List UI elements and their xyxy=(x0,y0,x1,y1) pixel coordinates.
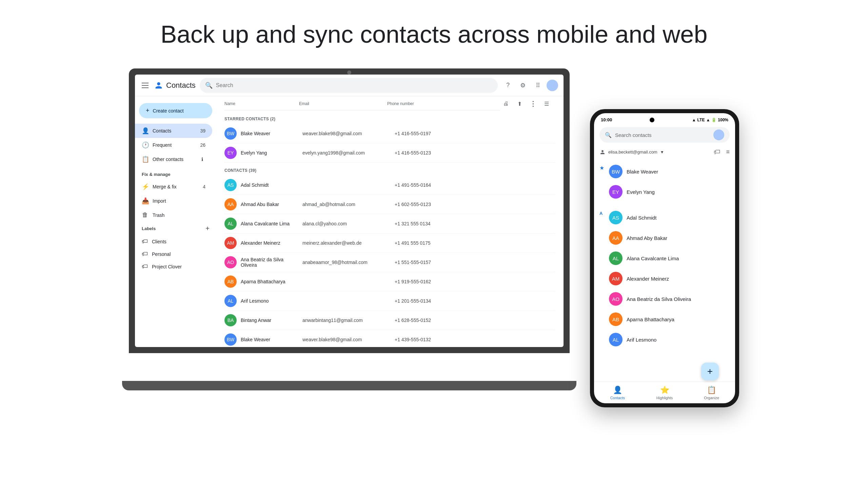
nav-contacts[interactable]: 👤 Contacts xyxy=(594,382,641,403)
label-personal[interactable]: 🏷 Personal xyxy=(135,248,216,260)
nav-organize[interactable]: 📋 Organize xyxy=(688,382,735,403)
list-item[interactable]: AO Ana Beatriz da Silva Oliveira xyxy=(609,289,730,309)
sidebar-item-frequent[interactable]: 🕐 Frequent 26 xyxy=(135,138,212,152)
account-bar[interactable]: elisa.beckett@gmail.com ▼ 🏷 ≡ xyxy=(594,145,735,159)
list-item[interactable]: BW Blake Weaver xyxy=(609,161,730,182)
sidebar-item-import[interactable]: 📥 Import xyxy=(135,194,212,208)
import-icon: 📥 xyxy=(142,197,149,205)
organize-nav-icon: 📋 xyxy=(707,386,716,394)
battery-icon: 🔋 xyxy=(711,118,716,122)
info-icon: ℹ xyxy=(199,157,205,162)
desktop-search-bar[interactable]: 🔍 xyxy=(200,78,498,93)
contact-email: anabeaamor_98@hotmail.com xyxy=(302,260,391,265)
contact-avatar: EY xyxy=(224,147,237,159)
labels-section-header: Labels + xyxy=(135,222,216,235)
contact-avatar: AO xyxy=(224,256,237,268)
table-row: EY Evelyn Yang evelyn.yang1998@gmail.com… xyxy=(224,143,555,163)
contact-email: alana.cl@yahoo.com xyxy=(302,221,391,226)
a-section-items: AS Adal Schmidt AA Ahmad Aby Bakar AL Al… xyxy=(609,207,730,350)
laptop-base xyxy=(122,381,576,390)
contact-name: Ahmad Aby Bakar xyxy=(627,235,667,241)
add-label-icon[interactable]: + xyxy=(205,225,210,232)
user-avatar[interactable] xyxy=(547,80,558,91)
list-item[interactable]: AM Alexander Meinerz xyxy=(609,268,730,289)
section-letter-a: A xyxy=(599,207,605,216)
nav-highlights[interactable]: ⭐ Highlights xyxy=(641,382,688,403)
label-project-clover-text: Project Clover xyxy=(152,264,182,269)
contact-avatar: AL xyxy=(609,333,623,346)
contacts-body: + Create contact 👤 Contacts 39 🕐 Frequen… xyxy=(135,96,564,347)
print-icon[interactable]: 🖨 xyxy=(500,98,512,110)
help-icon[interactable]: ? xyxy=(502,79,514,92)
menu-icon[interactable] xyxy=(140,81,150,90)
mobile-search-bar[interactable]: 🔍 Search contacts xyxy=(599,127,730,143)
apps-icon[interactable]: ⠿ xyxy=(532,79,544,92)
list-item[interactable]: AL Arif Lesmono xyxy=(609,329,730,350)
label-clients[interactable]: 🏷 Clients xyxy=(135,235,216,248)
search-input[interactable] xyxy=(216,82,492,88)
contact-phone: +1 551-555-0157 xyxy=(395,260,462,265)
table-row: BA Bintang Anwar anwarbintang11@gmail.co… xyxy=(224,311,555,330)
account-icon xyxy=(599,149,606,155)
bottom-navigation: 👤 Contacts ⭐ Highlights 📋 Organize xyxy=(594,382,735,403)
more-options-icon[interactable]: ⋮ xyxy=(527,98,539,110)
laptop-camera xyxy=(347,70,351,75)
label-project-clover[interactable]: 🏷 Project Clover xyxy=(135,260,216,273)
export-icon[interactable]: ⬆ xyxy=(513,98,526,110)
table-row: AS Adal Schmidt +1 491-555-0164 xyxy=(224,176,555,195)
sort-icon[interactable]: ≡ xyxy=(726,148,730,156)
signal-icon: ▲ xyxy=(692,118,696,122)
contacts-app: Contacts 🔍 ? ⚙ ⠿ xyxy=(135,75,564,347)
phone-screen: 10:00 ▲ LTE ▲ 🔋 100% 🔍 Search contacts xyxy=(594,113,735,403)
list-view-icon[interactable]: ☰ xyxy=(540,98,553,110)
merge-count: 4 xyxy=(203,184,205,189)
starred-items: BW Blake Weaver EY Evelyn Yang xyxy=(609,161,730,202)
name-header: Name xyxy=(224,101,299,106)
laptop: Contacts 🔍 ? ⚙ ⠿ xyxy=(129,68,570,390)
create-contact-label: Create contact xyxy=(153,108,184,114)
list-item[interactable]: AB Aparna Bhattacharya xyxy=(609,309,730,329)
sidebar-item-other-contacts[interactable]: 📋 Other contacts ℹ xyxy=(135,152,212,166)
contacts-nav-icon: 👤 xyxy=(613,386,622,394)
contact-name: Evelyn Yang xyxy=(241,150,298,156)
mobile-user-avatar[interactable] xyxy=(713,129,724,140)
label-icon: 🏷 xyxy=(142,250,148,258)
contact-avatar: AB xyxy=(609,312,623,326)
page-title: Back up and sync contacts across mobile … xyxy=(161,20,708,48)
table-row: AB Aparna Bhattacharya +1 919-555-0162 xyxy=(224,272,555,291)
contact-avatar: AL xyxy=(224,295,237,307)
trash-icon: 🗑 xyxy=(142,211,149,219)
contact-name: Adal Schmidt xyxy=(241,182,298,188)
contact-email: anwarbintang11@gmail.com xyxy=(302,318,391,323)
sidebar-item-contacts[interactable]: 👤 Contacts 39 xyxy=(135,124,212,138)
contact-phone: +1 491-555-0164 xyxy=(395,182,462,188)
list-item[interactable]: AL Alana Cavalcante Lima xyxy=(609,248,730,268)
contact-phone: +1 201-555-0134 xyxy=(395,298,462,304)
create-contact-button[interactable]: + Create contact xyxy=(139,103,212,118)
table-row: AL Arif Lesmono +1 201-555-0134 xyxy=(224,291,555,311)
list-item[interactable]: AA Ahmad Aby Bakar xyxy=(609,228,730,248)
other-contacts-label: Other contacts xyxy=(153,157,195,162)
phone-header: Phone number xyxy=(387,101,500,106)
contact-phone: +1 919-555-0162 xyxy=(395,279,462,284)
table-row: BW Blake Weaver weaver.blake98@gmail.com… xyxy=(224,124,555,143)
contacts-nav-label: Contacts xyxy=(610,396,625,400)
list-item[interactable]: EY Evelyn Yang xyxy=(609,182,730,202)
table-row: AM Alexander Meinerz meinerz.alexander@w… xyxy=(224,233,555,253)
settings-icon[interactable]: ⚙ xyxy=(517,79,529,92)
starred-section: ★ BW Blake Weaver EY Evelyn Yang xyxy=(599,159,730,205)
contact-name: Alexander Meinerz xyxy=(241,240,298,246)
fab-add-button[interactable]: + xyxy=(701,363,719,380)
contact-name: Ana Beatriz da Silva Oliveira xyxy=(627,296,691,302)
star-icon: ★ xyxy=(599,161,605,171)
sidebar-item-trash[interactable]: 🗑 Trash xyxy=(135,208,212,222)
contacts-count: 39 xyxy=(200,128,205,134)
contact-avatar: AL xyxy=(224,218,237,230)
app-logo: Contacts xyxy=(154,81,196,90)
sidebar-item-merge[interactable]: ⚡ Merge & fix 4 xyxy=(135,180,212,194)
devices-container: Contacts 🔍 ? ⚙ ⠿ xyxy=(129,68,739,441)
fix-manage-title: Fix & manage xyxy=(135,166,216,180)
list-item[interactable]: AS Adal Schmidt xyxy=(609,207,730,228)
labels-filter-icon[interactable]: 🏷 xyxy=(714,148,721,156)
contact-name: Arif Lesmono xyxy=(627,337,656,343)
